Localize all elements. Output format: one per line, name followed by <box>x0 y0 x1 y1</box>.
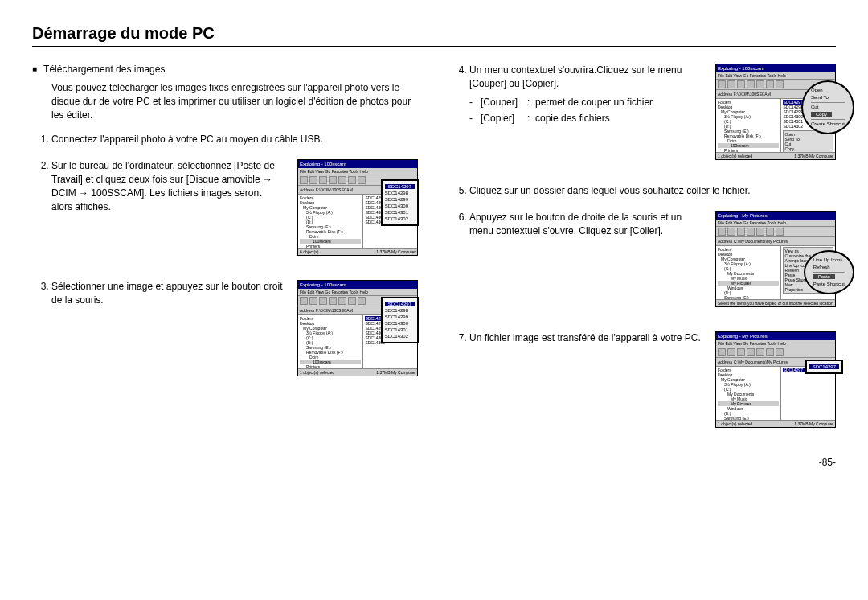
callout-cut-copy: Open Send To Cut Copy Create Shortcut <box>801 80 854 134</box>
horizontal-rule <box>32 46 836 47</box>
right-steps-list: Un menu contextuel s'ouvrira.Cliquez sur… <box>469 64 836 428</box>
def-copier-desc: copie des fichiers <box>535 112 701 125</box>
callout-selected-file: SDC14297 SDC14298 SDC14299 SDC14300 SDC1… <box>381 297 419 343</box>
intro-paragraph: Vous pouvez télécharger les images fixes… <box>51 81 418 121</box>
step-6-text: Appuyez sur le bouton de droite de la so… <box>469 211 701 238</box>
folder-tree: Folders Desktop My Computer 3½ Floppy (A… <box>298 195 363 249</box>
menu-bar: File Edit View Go Favorites Tools Help <box>298 168 417 175</box>
callout-transferred-file: SDC14297 <box>805 360 843 374</box>
window-title: Exploring - 100sscam <box>298 160 417 168</box>
screenshot-step6-paste-menu: Exploring - My Pictures File Edit View G… <box>715 211 836 307</box>
definitions-list: - [Couper] : permet de couper un fichier… <box>469 96 701 126</box>
def-couper-term: [Couper] <box>481 96 527 109</box>
step-5-text: Cliquez sur un dossier dans lequel vous … <box>469 185 751 196</box>
right-column: Un menu contextuel s'ouvrira.Cliquez sur… <box>450 64 836 441</box>
screenshot-step3-explorer: Exploring - 100sscam File Edit View Go F… <box>297 280 418 376</box>
step-3-text: Sélectionner une image et appuyez sur le… <box>51 280 283 307</box>
callout-paste: Line Up Icons Refresh Paste Paste Shortc… <box>804 250 854 294</box>
step-3: Sélectionner une image et appuyez sur le… <box>51 280 418 376</box>
step-1-text: Connectez l'appareil photo à votre PC au… <box>51 133 418 146</box>
section-heading: Téléchargement des images <box>32 64 418 75</box>
screenshot-step4-context-menu: Exploring - 100sscam File Edit View Go F… <box>715 64 836 160</box>
status-bar: 6 object(s) 1.37MB My Computer <box>298 248 417 255</box>
left-column: Téléchargement des images Vous pouvez té… <box>32 64 418 441</box>
def-copier-term: [Copier] <box>481 112 527 125</box>
left-steps-list: Connectez l'appareil photo à votre PC au… <box>51 133 418 376</box>
two-column-layout: Téléchargement des images Vous pouvez té… <box>32 64 836 441</box>
step-7-text: Un fichier image est transféré de l'appa… <box>469 331 701 345</box>
def-couper-desc: permet de couper un fichier <box>535 96 701 109</box>
screenshot-step7-result: Exploring - My Pictures File Edit View G… <box>715 331 836 428</box>
step-7: Un fichier image est transféré de l'appa… <box>469 331 836 428</box>
screenshot-step2-explorer: Exploring - 100sscam File Edit View Go F… <box>297 159 418 256</box>
step-6: Appuyez sur le bouton de droite de la so… <box>469 211 836 307</box>
page-title: Démarrage du mode PC <box>32 24 836 43</box>
page-number: -85- <box>32 457 836 468</box>
step-5: Cliquez sur un dossier dans lequel vous … <box>469 184 836 198</box>
step-4-text: Un menu contextuel s'ouvrira.Cliquez sur… <box>469 64 701 91</box>
callout-file-list: SDC14297 SDC14298 SDC14299 SDC14300 SDC1… <box>381 179 419 226</box>
step-4: Un menu contextuel s'ouvrira.Cliquez sur… <box>469 64 836 160</box>
step-1: Connectez l'appareil photo à votre PC au… <box>51 133 418 146</box>
step-2-text: Sur le bureau de l'ordinateur, sélection… <box>51 159 283 213</box>
step-2: Sur le bureau de l'ordinateur, sélection… <box>51 159 418 256</box>
